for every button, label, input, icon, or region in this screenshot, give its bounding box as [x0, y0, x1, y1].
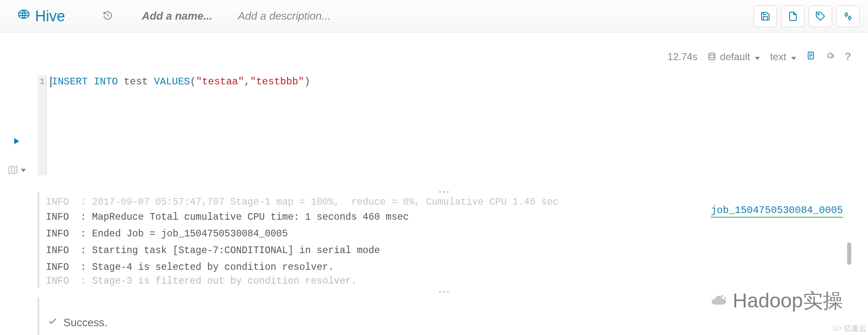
hive-logo: Hive	[17, 7, 65, 25]
log-line: INFO : Stage-4 is selected by condition …	[46, 259, 845, 276]
query-toolbar: 12.74s default text ?	[667, 50, 851, 63]
run-button[interactable]	[13, 137, 21, 148]
new-button[interactable]	[781, 5, 805, 27]
header-actions	[754, 5, 860, 27]
elapsed-time: 12.74s	[667, 51, 697, 63]
gear-icon[interactable]	[825, 51, 835, 63]
document-icon[interactable]	[806, 51, 815, 63]
code-line[interactable]: INSERT INTO test VALUES("testaa","testbb…	[47, 75, 313, 175]
svg-point-0	[18, 10, 29, 18]
description-input[interactable]	[238, 10, 363, 23]
svg-point-8	[709, 53, 715, 55]
watermark: Hadoop实操	[708, 287, 843, 314]
corner-watermark: 亿速云	[832, 323, 866, 333]
explain-button[interactable]	[8, 165, 26, 175]
log-line-partial: INFO : Stage-3 is filtered out by condit…	[46, 276, 845, 287]
header-bar: Hive	[0, 0, 868, 33]
svg-point-2	[845, 13, 848, 16]
hive-icon	[17, 7, 31, 25]
svg-marker-4	[14, 138, 19, 145]
name-input[interactable]	[142, 10, 225, 23]
line-gutter: 1	[38, 75, 47, 175]
svg-point-13	[722, 295, 724, 297]
tags-button[interactable]	[809, 5, 832, 27]
svg-point-1	[818, 13, 819, 15]
chevron-down-icon	[753, 51, 760, 63]
left-rail	[0, 33, 33, 335]
scrollbar-thumb[interactable]	[847, 242, 851, 265]
help-icon[interactable]: ?	[845, 50, 851, 63]
status-text: Success.	[63, 316, 108, 329]
log-line: INFO : Ended Job = job_1504750530084_000…	[46, 226, 845, 242]
database-selector[interactable]: default	[707, 51, 760, 63]
svg-point-14	[724, 297, 727, 299]
chevron-down-icon	[19, 166, 26, 174]
app-title: Hive	[35, 8, 65, 25]
sql-editor[interactable]: 1 INSERT INTO test VALUES("testaa","test…	[38, 75, 851, 175]
svg-point-3	[848, 17, 851, 19]
svg-marker-5	[9, 166, 17, 174]
cursor	[50, 76, 51, 87]
output-selector[interactable]: text	[770, 51, 796, 63]
history-icon[interactable]	[103, 10, 113, 22]
job-link[interactable]: job_1504750530084_0005	[711, 205, 843, 218]
log-line: INFO : Starting task [Stage-7:CONDITIONA…	[46, 242, 845, 259]
save-button[interactable]	[754, 5, 777, 27]
check-icon	[48, 316, 58, 329]
settings-button[interactable]	[836, 5, 860, 27]
chevron-down-icon	[790, 51, 796, 63]
